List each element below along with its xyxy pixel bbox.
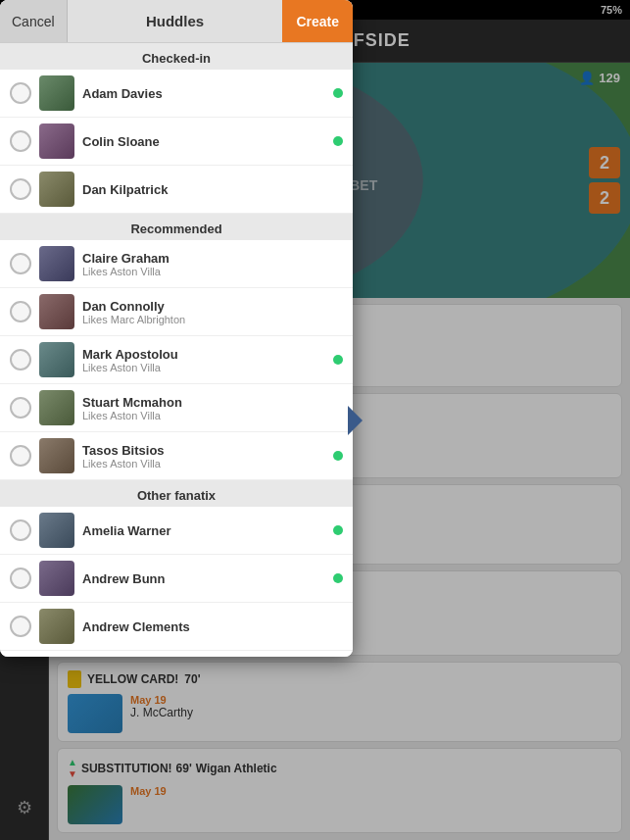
user-row-chris[interactable]: Chris Moon [0, 651, 353, 657]
user-radio-colin[interactable] [10, 130, 31, 152]
online-dot-mark [333, 355, 343, 365]
user-sub-dan-c: Likes Marc Albrighton [82, 314, 325, 325]
online-dot-andrew-c [333, 621, 343, 631]
user-name-adam: Adam Davies [82, 86, 325, 101]
user-info-claire: Claire Graham Likes Aston Villa [82, 251, 325, 277]
user-info-stuart: Stuart Mcmahon Likes Aston Villa [82, 395, 325, 421]
user-name-mark: Mark Apostolou [82, 347, 325, 362]
online-dot-dan-c [333, 307, 343, 317]
user-name-andrew-c: Andrew Clements [82, 619, 325, 634]
modal-arrow [348, 406, 363, 435]
user-name-claire: Claire Graham [82, 251, 325, 266]
user-info-tasos: Tasos Bitsios Likes Aston Villa [82, 443, 325, 469]
user-radio-mark[interactable] [10, 349, 31, 371]
user-sub-mark: Likes Aston Villa [82, 362, 325, 373]
user-row-mark[interactable]: Mark Apostolou Likes Aston Villa [0, 336, 353, 384]
user-radio-tasos[interactable] [10, 445, 31, 467]
online-dot-stuart [333, 403, 343, 413]
user-info-mark: Mark Apostolou Likes Aston Villa [82, 347, 325, 373]
user-name-dan-c: Dan Connolly [82, 299, 325, 314]
user-sub-tasos: Likes Aston Villa [82, 458, 325, 469]
user-row-tasos[interactable]: Tasos Bitsios Likes Aston Villa [0, 432, 353, 480]
user-avatar-dan-k [39, 172, 74, 207]
user-radio-claire[interactable] [10, 253, 31, 274]
user-row-dan-c[interactable]: Dan Connolly Likes Marc Albrighton [0, 288, 353, 336]
user-info-dan-c: Dan Connolly Likes Marc Albrighton [82, 299, 325, 325]
online-dot-dan-k [333, 184, 343, 194]
section-checked-in: Checked-in [0, 43, 353, 70]
user-avatar-colin [39, 124, 74, 159]
user-name-colin: Colin Sloane [82, 134, 325, 149]
user-radio-amelia[interactable] [10, 519, 31, 541]
user-avatar-adam [39, 75, 74, 111]
online-dot-tasos [333, 451, 343, 461]
user-radio-andrew-b[interactable] [10, 568, 31, 589]
online-dot-colin [333, 136, 343, 146]
modal-body[interactable]: Checked-in Adam Davies Colin Sloane [0, 43, 353, 657]
cancel-button[interactable]: Cancel [0, 0, 68, 42]
user-avatar-stuart [39, 390, 74, 425]
user-row-andrew-b[interactable]: Andrew Bunn [0, 555, 353, 603]
modal-overlay[interactable]: Cancel Huddles Create Checked-in Adam Da… [0, 0, 630, 840]
user-sub-claire: Likes Aston Villa [82, 266, 325, 277]
user-avatar-claire [39, 246, 74, 281]
modal-header: Cancel Huddles Create [0, 0, 353, 43]
user-info-amelia: Amelia Warner [82, 523, 325, 538]
user-info-andrew-c: Andrew Clements [82, 619, 325, 634]
user-avatar-mark [39, 342, 74, 377]
user-name-stuart: Stuart Mcmahon [82, 395, 325, 410]
user-avatar-andrew-b [39, 561, 74, 596]
user-name-tasos: Tasos Bitsios [82, 443, 325, 458]
user-name-andrew-b: Andrew Bunn [82, 571, 325, 586]
online-dot-andrew-b [333, 573, 343, 583]
huddles-modal: Cancel Huddles Create Checked-in Adam Da… [0, 0, 353, 657]
user-info-dan-k: Dan Kilpatrick [82, 182, 325, 197]
user-info-andrew-b: Andrew Bunn [82, 571, 325, 586]
section-other: Other fanatix [0, 480, 353, 507]
user-radio-dan-c[interactable] [10, 301, 31, 322]
online-dot-adam [333, 88, 343, 98]
user-radio-adam[interactable] [10, 82, 31, 104]
section-recommended: Recommended [0, 214, 353, 240]
user-row-amelia[interactable]: Amelia Warner [0, 507, 353, 555]
user-info-colin: Colin Sloane [82, 134, 325, 149]
user-row-dan-k[interactable]: Dan Kilpatrick [0, 166, 353, 214]
online-dot-amelia [333, 525, 343, 535]
user-avatar-andrew-c [39, 609, 74, 644]
online-dot-claire [333, 259, 343, 269]
user-radio-stuart[interactable] [10, 397, 31, 419]
user-row-colin[interactable]: Colin Sloane [0, 118, 353, 166]
user-name-amelia: Amelia Warner [82, 523, 325, 538]
create-button[interactable]: Create [282, 0, 353, 42]
user-radio-andrew-c[interactable] [10, 616, 31, 637]
user-row-andrew-c[interactable]: Andrew Clements [0, 603, 353, 651]
user-info-adam: Adam Davies [82, 86, 325, 101]
user-avatar-dan-c [39, 294, 74, 329]
user-row-adam[interactable]: Adam Davies [0, 70, 353, 118]
user-sub-stuart: Likes Aston Villa [82, 410, 325, 421]
user-avatar-tasos [39, 438, 74, 473]
user-row-claire[interactable]: Claire Graham Likes Aston Villa [0, 240, 353, 288]
user-avatar-amelia [39, 513, 74, 548]
modal-title: Huddles [68, 13, 283, 29]
user-radio-dan-k[interactable] [10, 178, 31, 200]
user-row-stuart[interactable]: Stuart Mcmahon Likes Aston Villa [0, 384, 353, 432]
user-name-dan-k: Dan Kilpatrick [82, 182, 325, 197]
